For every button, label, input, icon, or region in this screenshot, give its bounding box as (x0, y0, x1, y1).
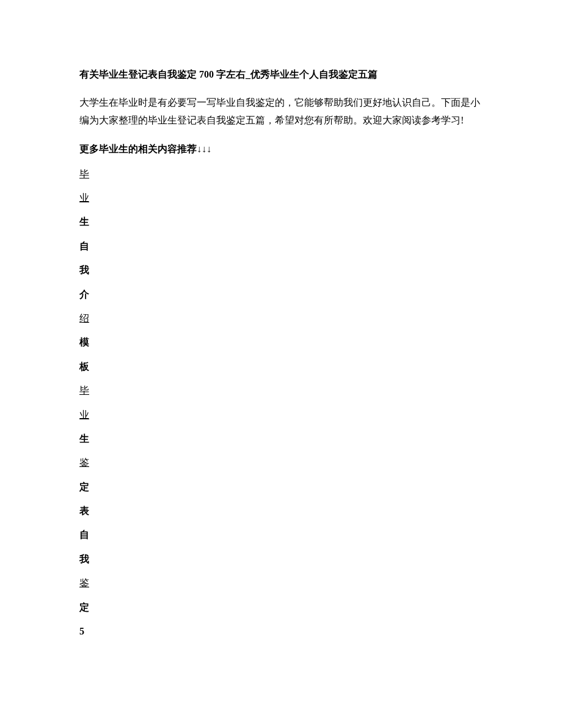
vchar-item: 自 (79, 528, 483, 542)
vchar-item: 业 (79, 408, 483, 422)
document-title: 有关毕业生登记表自我鉴定 700 字左右_优秀毕业生个人自我鉴定五篇 (79, 67, 483, 82)
vchar-item: 自 (79, 240, 483, 253)
vertical-char-list: 毕业生自我介绍模板毕业生鉴定表自我鉴定5 (79, 167, 483, 639)
vchar-item: 板 (79, 360, 483, 373)
vchar-item: 绍 (79, 312, 483, 325)
vchar-item: 介 (79, 288, 483, 301)
vchar-item: 鉴 (79, 576, 483, 590)
vchar-item: 模 (79, 336, 483, 349)
vchar-item: 表 (79, 504, 483, 518)
vchar-item: 定 (79, 601, 483, 614)
vchar-item: 5 (79, 625, 483, 638)
vchar-item: 生 (79, 432, 483, 446)
vchar-item: 业 (79, 191, 483, 205)
vchar-item: 生 (79, 215, 483, 229)
vchar-item: 我 (79, 263, 483, 277)
vchar-item: 毕 (79, 384, 483, 397)
vchar-item: 我 (79, 553, 483, 566)
vchar-item: 毕 (79, 167, 483, 181)
recommend-heading: 更多毕业生的相关内容推荐↓↓↓ (79, 142, 483, 156)
document-intro: 大学生在毕业时是有必要写一写毕业自我鉴定的，它能够帮助我们更好地认识自己。下面是… (79, 94, 483, 130)
vchar-item: 定 (79, 480, 483, 494)
vchar-item: 鉴 (79, 456, 483, 469)
